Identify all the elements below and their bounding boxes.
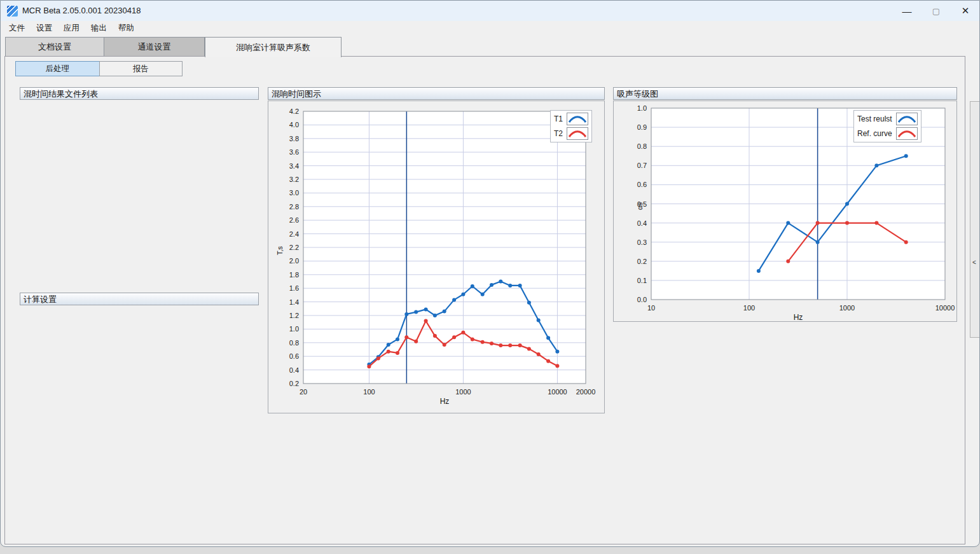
main-tab-0[interactable]: 文档设置 <box>5 37 104 56</box>
svg-text:100: 100 <box>363 388 375 396</box>
tab-postprocess[interactable]: 后处理 <box>15 61 100 76</box>
collapse-left-icon[interactable]: < <box>972 259 976 266</box>
collapse-splitter[interactable]: < <box>970 101 980 338</box>
svg-text:3.8: 3.8 <box>289 135 299 142</box>
menu-item-2[interactable]: 应用 <box>58 22 85 35</box>
menu-item-0[interactable]: 文件 <box>3 22 31 35</box>
svg-text:Hz: Hz <box>794 313 803 321</box>
legend-label: T2 <box>554 129 563 138</box>
legend-entry: Ref. curve <box>857 127 918 140</box>
svg-text:3.4: 3.4 <box>289 162 299 170</box>
legend-curve-icon <box>896 113 918 125</box>
menu-item-3[interactable]: 输出 <box>85 22 113 35</box>
svg-text:2.4: 2.4 <box>289 230 299 238</box>
grade-chart-legend: Test reulstRef. curve <box>853 110 921 142</box>
legend-label: Test reulst <box>857 114 892 123</box>
svg-text:10000: 10000 <box>935 304 955 312</box>
rt-chart-legend: T1T2 <box>550 110 592 142</box>
legend-entry: Test reulst <box>857 113 918 125</box>
svg-text:1.2: 1.2 <box>289 312 299 319</box>
window-title: MCR Beta 2.05.0.001 20230418 <box>22 6 141 15</box>
legend-curve-icon <box>567 113 588 125</box>
svg-text:1000: 1000 <box>839 304 855 312</box>
tab-report[interactable]: 报告 <box>99 61 183 76</box>
svg-text:T,s: T,s <box>276 246 284 255</box>
title-bar: MCR Beta 2.05.0.001 20230418 — ▢ ✕ <box>1 1 979 21</box>
menu-item-1[interactable]: 设置 <box>31 22 58 35</box>
svg-text:0.7: 0.7 <box>637 162 647 169</box>
legend-entry: T2 <box>554 127 588 140</box>
svg-text:100: 100 <box>743 304 755 312</box>
rt-chart-header: 混响时间图示 <box>268 87 605 100</box>
svg-text:1000: 1000 <box>455 388 471 396</box>
svg-text:1.4: 1.4 <box>289 298 299 306</box>
svg-text:αs: αs <box>636 202 644 210</box>
reverberation-time-chart[interactable]: 0.20.40.60.81.01.21.41.61.82.02.22.42.62… <box>268 101 604 413</box>
svg-text:10: 10 <box>647 304 655 312</box>
close-button[interactable]: ✕ <box>951 1 980 21</box>
svg-text:0.6: 0.6 <box>289 352 299 360</box>
svg-text:Hz: Hz <box>440 397 450 406</box>
svg-text:3.0: 3.0 <box>289 189 299 197</box>
svg-text:2.2: 2.2 <box>289 244 299 251</box>
main-tab-1[interactable]: 通道设置 <box>104 37 205 56</box>
svg-text:0.3: 0.3 <box>637 239 647 246</box>
svg-text:1.6: 1.6 <box>289 284 299 292</box>
svg-text:1.8: 1.8 <box>289 271 299 279</box>
svg-text:3.2: 3.2 <box>289 176 299 183</box>
legend-curve-icon <box>896 127 918 140</box>
svg-text:0.9: 0.9 <box>637 123 647 131</box>
svg-text:20000: 20000 <box>576 388 596 396</box>
svg-text:20: 20 <box>300 388 307 396</box>
svg-text:0.0: 0.0 <box>637 296 647 303</box>
svg-text:0.2: 0.2 <box>637 258 647 265</box>
menu-bar: 文件设置应用输出帮助 <box>1 21 979 36</box>
svg-text:3.6: 3.6 <box>289 148 299 156</box>
svg-text:2.8: 2.8 <box>289 203 299 211</box>
main-tab-2[interactable]: 混响室计算吸声系数 <box>205 37 342 57</box>
svg-text:0.6: 0.6 <box>637 181 647 188</box>
svg-text:0.2: 0.2 <box>289 380 299 387</box>
file-list-header: 混时间结果文件列表 <box>20 87 259 100</box>
svg-text:0.1: 0.1 <box>637 277 647 284</box>
svg-text:0.8: 0.8 <box>289 339 299 347</box>
svg-text:1.0: 1.0 <box>637 104 647 112</box>
svg-text:10000: 10000 <box>548 388 567 396</box>
legend-label: T1 <box>554 114 563 123</box>
svg-text:0.4: 0.4 <box>637 219 647 227</box>
svg-text:0.4: 0.4 <box>289 366 299 374</box>
legend-entry: T1 <box>554 113 588 125</box>
legend-label: Ref. curve <box>857 129 892 138</box>
app-window: MCR Beta 2.05.0.001 20230418 — ▢ ✕ 文件设置应… <box>0 0 980 547</box>
grade-chart-header: 吸声等级图 <box>613 87 957 100</box>
maximize-button[interactable]: ▢ <box>921 1 951 21</box>
svg-text:2.0: 2.0 <box>289 257 299 265</box>
svg-text:1.0: 1.0 <box>289 325 299 333</box>
svg-text:2.6: 2.6 <box>289 216 299 224</box>
svg-text:0.8: 0.8 <box>637 142 647 150</box>
menu-item-4[interactable]: 帮助 <box>113 22 140 35</box>
app-icon <box>7 6 18 17</box>
tab-strip: 文档设置通道设置混响室计算吸声系数 <box>5 37 342 57</box>
svg-text:4.2: 4.2 <box>289 107 299 115</box>
svg-text:4.0: 4.0 <box>289 121 299 128</box>
calc-settings-header: 计算设置 <box>20 293 259 305</box>
rt-chart-box: 0.20.40.60.81.01.21.41.61.82.02.22.42.62… <box>268 100 605 413</box>
legend-curve-icon <box>567 127 588 140</box>
minimize-button[interactable]: — <box>892 1 921 21</box>
